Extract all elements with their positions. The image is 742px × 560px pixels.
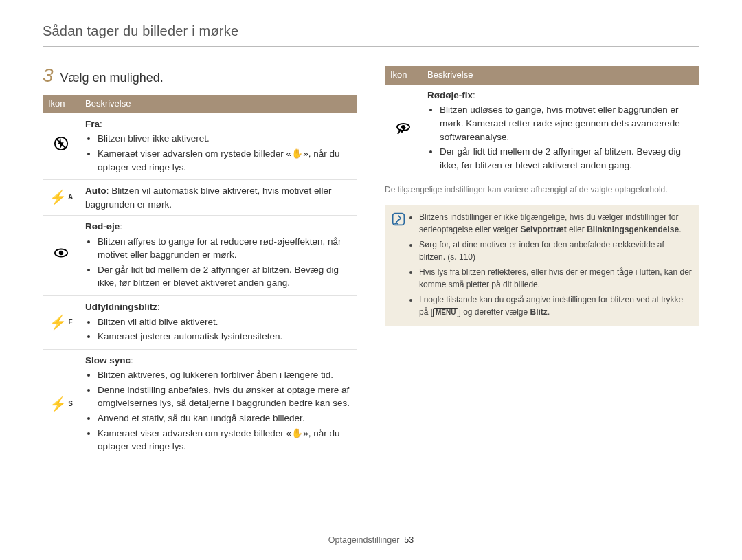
info-item: I nogle tilstande kan du også angive ind… [419,293,693,318]
table-row: Fra: Blitzen bliver ikke aktiveret. Kame… [43,113,357,180]
red-eye-icon [43,216,80,296]
list-item: Denne indstilling anbefales, hvis du øns… [98,383,352,410]
info-icon [389,211,408,321]
table-row: ⚡S Slow sync: Blitzen aktiveres, og lukk… [43,349,357,458]
table-row: ⚡A Auto: Blitzen vil automatisk blive ak… [43,180,357,216]
step-number: 3 [43,66,54,85]
page-footer: Optageindstillinger 53 [0,535,742,545]
red-eye-fix-icon [385,85,422,177]
list-item: Anvend et stativ, så du kan undgå sløred… [98,412,352,425]
row-inline: : Blitzen vil automatisk blive aktiveret… [85,186,332,210]
row-title: Udfyldningsblitz [85,302,157,312]
info-box: Blitzens indstillinger er ikke tilgængel… [385,205,699,326]
list-item: Der går lidt tid mellem de 2 affyringer … [440,145,694,172]
table-row: Rød-øje: Blitzen affyres to gange for at… [43,216,357,296]
list-item: Blitzen bliver ikke aktiveret. [98,132,352,146]
flash-fill-icon: ⚡F [43,296,80,350]
th-desc: Beskrivelse [80,95,357,113]
info-item: Sørg for, at dine motiver er inden for d… [419,238,693,263]
right-column: Ikon Beskrivelse Rødøje-fix: Blitzen udl… [385,66,699,459]
list-item: Kameraet viser advarslen om rystede bill… [98,147,352,174]
svg-point-3 [59,251,63,255]
svg-line-1 [56,139,67,149]
list-item: Blitzen aktiveres, og lukkeren forbliver… [98,368,352,382]
table-row: ⚡F Udfyldningsblitz: Blitzen vil altid b… [43,296,357,350]
list-item: Blitzen vil altid blive aktiveret. [98,315,352,329]
table-row: Rødøje-fix: Blitzen udløses to gange, hv… [385,85,699,177]
left-column: 3 Vælg en mulighed. Ikon Beskrivelse Fra… [43,66,357,459]
page-title: Sådan tager du billeder i mørke [43,23,699,47]
list-item: Kameraet viser advarslen om rystede bill… [98,427,352,453]
menu-chip: MENU [433,308,458,317]
page-number: 53 [404,535,414,545]
th-icon: Ikon [385,66,422,85]
row-title: Auto [85,186,106,196]
th-desc: Beskrivelse [422,66,699,85]
step-line: 3 Vælg en mulighed. [43,66,357,85]
list-item: Kameraet justerer automatisk lysintensit… [98,330,352,344]
th-icon: Ikon [43,95,80,113]
footer-section: Optageindstillinger [328,535,400,545]
info-item: Hvis lys fra blitzen reflekteres, eller … [419,266,693,291]
flash-off-icon [43,113,80,180]
options-table-left: Ikon Beskrivelse Fra: Blitzen bliver ikk… [43,95,357,459]
step-text: Vælg en mulighed. [60,71,164,85]
availability-note: De tilgængelige indstillinger kan varier… [385,184,699,196]
list-item: Der går lidt tid mellem de 2 affyringer … [98,263,352,290]
row-title: Fra [85,119,100,129]
list-item: Blitzen affyres to gange for at reducere… [98,235,352,262]
options-table-right: Ikon Beskrivelse Rødøje-fix: Blitzen udl… [385,66,699,177]
row-title: Rød-øje [85,221,120,232]
info-item: Blitzens indstillinger er ikke tilgængel… [419,211,693,236]
row-title: Slow sync [85,355,131,366]
row-title: Rødøje-fix [427,90,473,100]
slow-sync-icon: ⚡S [43,349,80,458]
list-item: Blitzen udløses to gange, hvis motivet e… [440,103,694,144]
flash-auto-icon: ⚡A [43,180,80,216]
